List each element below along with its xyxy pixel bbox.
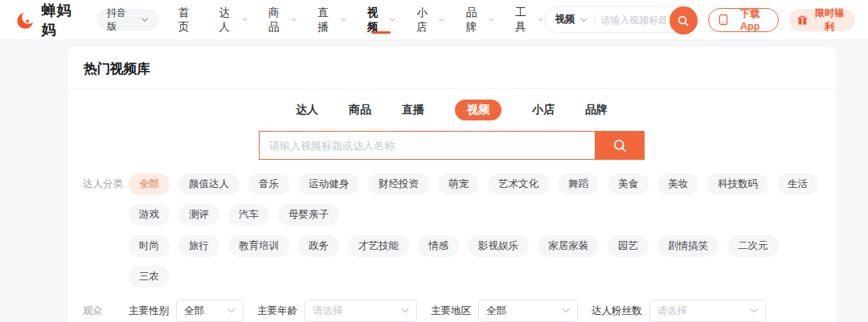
main-search-button[interactable] [595, 131, 645, 160]
category-tag[interactable]: 科技数码 [707, 173, 768, 195]
nav-search-input[interactable] [600, 14, 665, 26]
filter-select[interactable]: 全部 [176, 300, 244, 322]
entity-tab[interactable]: 品牌 [585, 100, 608, 120]
category-tag[interactable]: 美食 [608, 173, 649, 195]
phone-icon [719, 14, 728, 26]
search-icon [677, 14, 690, 27]
filter-select-value: 请选择 [657, 304, 688, 318]
category-tag[interactable]: 剧情搞笑 [657, 235, 719, 257]
nav-item[interactable]: 小店 [416, 0, 444, 39]
download-app-button[interactable]: 下载App [708, 8, 779, 32]
filter-select-value: 全部 [486, 304, 506, 318]
nav-item[interactable]: 商品 [268, 0, 297, 39]
category-tag[interactable]: 财经投资 [368, 173, 429, 195]
nav-item[interactable]: 达人 [219, 0, 247, 39]
category-tag[interactable]: 才艺技能 [348, 235, 409, 257]
category-tag[interactable]: 游戏 [129, 204, 170, 226]
category-tag[interactable]: 生活 [777, 173, 818, 195]
nav-item[interactable]: 工具 [515, 0, 543, 39]
filter-select[interactable]: 请选择 [649, 300, 766, 322]
download-app-label: 下载App [732, 7, 768, 32]
filter-select[interactable]: 全部 [478, 300, 578, 322]
entity-tab[interactable]: 直播 [402, 100, 424, 120]
search-row [83, 131, 821, 160]
filter-field: 主要性别 全部 [129, 300, 244, 322]
entity-tab[interactable]: 达人 [296, 100, 318, 120]
nav-item[interactable]: 品牌 [466, 0, 494, 39]
nav-item-label: 视频 [367, 6, 387, 35]
nav-item[interactable]: 直播 [317, 0, 346, 39]
entity-tab[interactable]: 视频 [455, 100, 502, 120]
chevron-down-icon [538, 18, 543, 22]
category-tag[interactable]: 园艺 [608, 235, 649, 257]
nav-menu: 首页 达人 商品 直播 视频 小店 品牌 [178, 0, 544, 39]
filter-select[interactable]: 请选择 [305, 300, 417, 322]
category-tag[interactable]: 全部 [129, 173, 170, 195]
chevron-down-icon [227, 308, 235, 313]
category-tag[interactable]: 舞蹈 [558, 173, 599, 195]
entity-tab[interactable]: 小店 [532, 100, 555, 120]
filter-row-audience: 观众 主要性别 全部 主要年龄 请选择 主 [83, 300, 821, 322]
filter-select-value: 全部 [184, 304, 204, 318]
brand-logo[interactable]: 蝉妈妈 [16, 1, 84, 39]
nav-search-button[interactable] [669, 6, 698, 35]
category-tag[interactable]: 测评 [178, 204, 219, 226]
promo-label: 限时福利 [812, 6, 847, 34]
nav-item-label: 达人 [219, 6, 238, 35]
category-tag[interactable]: 美妆 [657, 173, 698, 195]
category-tag-rows: 全部颜值达人音乐运动健身财经投资萌宠艺术文化舞蹈美食美妆科技数码生活游戏测评汽车… [129, 173, 821, 287]
category-tag[interactable]: 时尚 [129, 235, 170, 257]
promo-button[interactable]: 限时福利 [789, 9, 855, 31]
chevron-down-icon [390, 18, 395, 22]
nav-item[interactable]: 视频 [367, 0, 395, 39]
chevron-down-icon [291, 18, 297, 22]
category-tag[interactable]: 艺术文化 [488, 173, 549, 195]
category-tag[interactable]: 母婴亲子 [278, 204, 339, 226]
nav-item-label: 首页 [178, 6, 199, 35]
page-body: 热门视频库 达人商品直播视频小店品牌 达人分类 全部颜值达人 [0, 40, 868, 322]
nav-left: 蝉妈妈 抖音版 首页 达人 商品 直播 视频 [16, 0, 544, 39]
category-tags-row2: 时尚旅行教育培训政务才艺技能情感影视娱乐家居家装园艺剧情搞笑二次元三农 [129, 235, 821, 287]
filter-row-label: 观众 [83, 300, 129, 322]
nav-item-label: 品牌 [466, 6, 485, 35]
nav-item[interactable]: 首页 [178, 0, 199, 39]
entity-tab-label: 视频 [467, 103, 489, 116]
category-tag[interactable]: 萌宠 [438, 173, 479, 195]
chevron-down-icon [750, 308, 758, 313]
category-tag[interactable]: 政务 [298, 235, 339, 257]
filter-row-category: 达人分类 全部颜值达人音乐运动健身财经投资萌宠艺术文化舞蹈美食美妆科技数码生活游… [83, 173, 821, 287]
card-header: 热门视频库 [68, 47, 836, 89]
top-navbar: 蝉妈妈 抖音版 首页 达人 商品 直播 视频 [0, 0, 868, 40]
chevron-down-icon [580, 18, 588, 22]
category-tag[interactable]: 家居家装 [538, 235, 599, 257]
chevron-down-icon [439, 18, 444, 22]
app-root: 蝉妈妈 抖音版 首页 达人 商品 直播 视频 [0, 0, 868, 322]
category-tag[interactable]: 音乐 [248, 173, 289, 195]
category-tag[interactable]: 情感 [418, 235, 459, 257]
nav-search-category[interactable]: 视频 [555, 13, 588, 26]
category-tag[interactable]: 教育培训 [228, 235, 289, 257]
divider [594, 14, 595, 26]
brand-name: 蝉妈妈 [41, 1, 84, 39]
hot-video-library-card: 热门视频库 达人商品直播视频小店品牌 达人分类 全部颜值达人 [68, 47, 836, 322]
category-tag[interactable]: 运动健身 [298, 173, 359, 195]
entity-tab[interactable]: 商品 [349, 100, 371, 120]
category-tag[interactable]: 旅行 [178, 235, 219, 257]
filter-field-label: 主要年龄 [257, 304, 297, 318]
edition-selector[interactable]: 抖音版 [96, 9, 159, 31]
chevron-down-icon [242, 18, 248, 22]
category-tag[interactable]: 二次元 [727, 235, 779, 257]
nav-item-label: 小店 [416, 6, 436, 35]
main-search-input[interactable] [259, 131, 595, 160]
category-tag[interactable]: 颜值达人 [178, 173, 240, 195]
category-tag[interactable]: 汽车 [228, 204, 269, 226]
nav-item-label: 工具 [515, 6, 534, 35]
category-tag[interactable]: 影视娱乐 [468, 235, 529, 257]
nav-search: 视频 [544, 6, 698, 33]
filter-field-label: 主要性别 [129, 304, 169, 318]
entity-tabs: 达人商品直播视频小店品牌 [83, 100, 821, 120]
nav-right: 视频 下载App 限时福利 [544, 6, 855, 33]
category-tag[interactable]: 三农 [129, 266, 170, 287]
chevron-down-icon [489, 18, 494, 22]
nav-item-label: 商品 [268, 6, 288, 35]
